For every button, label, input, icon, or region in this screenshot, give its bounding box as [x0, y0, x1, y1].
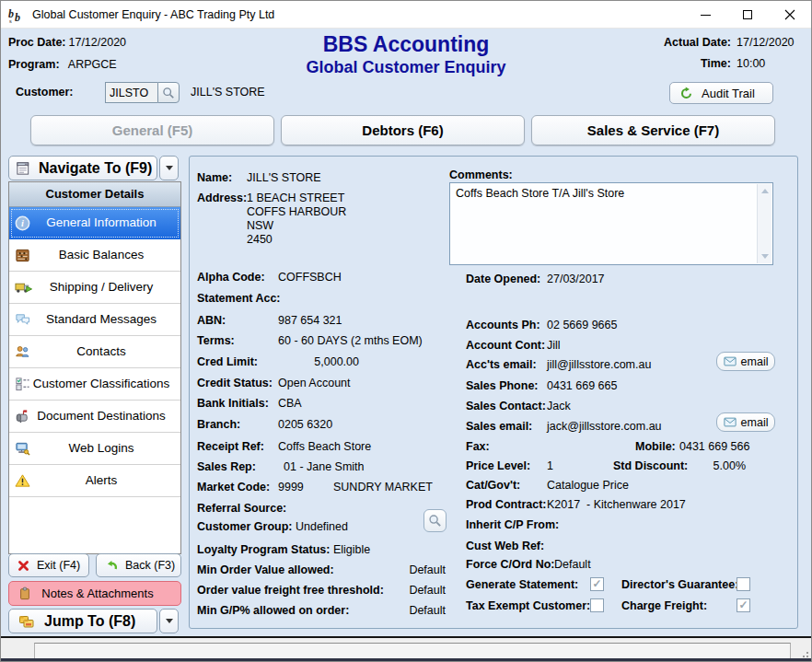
navigate-to-button[interactable]: Navigate To (F9)	[8, 156, 157, 180]
recycle-icon	[679, 87, 693, 100]
jump-dropdown-button[interactable]	[159, 609, 179, 633]
sidebar-item-web-logins[interactable]: Web Logins	[9, 433, 180, 465]
checkbox-row-1: Generate Statement: ✓ Director's Guarant…	[466, 578, 578, 591]
mobile-value: 0431 669 566	[679, 440, 749, 453]
time-label: Time:	[701, 57, 731, 70]
navigate-dropdown-button[interactable]	[159, 156, 179, 180]
sidebar-item-label: Basic Balances	[9, 239, 180, 271]
back-button[interactable]: Back (F3)	[96, 553, 181, 577]
check-mark: ✓	[738, 598, 748, 611]
check-mark: ✓	[592, 577, 601, 590]
field-address: Address:1 BEACH STREETCOFFS HARBOURNSW24…	[197, 192, 346, 247]
application-window: b b s Global Customer Enquiry - ABC Trad…	[0, 0, 812, 662]
app-icon: b b s	[7, 6, 26, 24]
field-inherit-cp-from: Inherit C/P From:	[466, 518, 554, 531]
back-label: Back (F3)	[125, 559, 175, 572]
sidebar-item-customer-classifications[interactable]: Customer Classifications	[9, 368, 180, 401]
maximize-button[interactable]	[726, 1, 769, 29]
sidebar-item-shipping-delivery[interactable]: Shipping / Delivery	[9, 272, 180, 304]
actual-date-label: Actual Date:	[664, 36, 731, 49]
tab-debtors[interactable]: Debtors (F6)	[281, 115, 525, 145]
sidebar-item-label: Shipping / Delivery	[9, 272, 180, 303]
caret-down-icon	[166, 166, 173, 170]
background-window-edge	[1, 658, 811, 661]
navigate-to-label: Navigate To (F9)	[39, 160, 152, 177]
comments-label: Comments:	[449, 168, 513, 181]
field-name: Name:JILL'S STORE	[197, 171, 321, 184]
sidebar-item-label: Contacts	[9, 336, 180, 367]
exit-x-icon	[17, 560, 29, 572]
address-line-2: COFFS HARBOUR	[247, 205, 346, 219]
exit-button[interactable]: Exit (F4)	[8, 553, 89, 577]
search-icon	[428, 514, 442, 528]
exit-label: Exit (F4)	[37, 559, 80, 572]
comments-textarea[interactable]: Coffs Beach Store T/A Jill's Store	[449, 182, 773, 265]
notes-attachments-button[interactable]: Notes & Attachments	[8, 581, 181, 606]
sidebar-group-header: Customer Details	[9, 182, 180, 207]
sales-email-button[interactable]: email	[716, 412, 775, 432]
folders-icon	[18, 614, 35, 629]
address-line-1: 1 BEACH STREET	[247, 192, 346, 205]
minimize-icon	[701, 15, 711, 16]
generate-statement-checkbox[interactable]: ✓	[590, 577, 604, 591]
field-sales-contact: Sales Contact:Jack	[466, 400, 571, 412]
resize-grip[interactable]	[799, 648, 808, 657]
search-icon	[162, 87, 175, 99]
caret-down-icon	[166, 619, 173, 623]
proc-date-label: Proc Date:	[8, 36, 65, 49]
field-customer-group: Customer Group: Undefined	[197, 520, 348, 533]
sidebar-item-general-information[interactable]: i General Information	[9, 207, 180, 239]
customer-search-button[interactable]	[157, 82, 180, 103]
general-information-panel: Name:JILL'S STORE Address:1 BEACH STREET…	[189, 156, 798, 629]
tab-general[interactable]: General (F5)	[30, 115, 274, 145]
address-label: Address:	[197, 192, 247, 204]
audit-trail-button[interactable]: Audit Trail	[669, 82, 773, 104]
email-button-label: email	[741, 355, 769, 368]
field-sales-rep: Sales Rep:01 - Jane Smith	[197, 460, 365, 473]
tax-exempt-checkbox[interactable]	[590, 598, 604, 612]
accounts-email-button[interactable]: email	[716, 352, 775, 371]
sidebar-item-standard-messages[interactable]: Standard Messages	[9, 304, 180, 336]
title-bar: b b s Global Customer Enquiry - ABC Trad…	[1, 1, 811, 29]
field-cat-govt: Cat/Gov't:Catalogue Price	[466, 479, 629, 492]
field-bank-initials: Bank Initials:CBA	[197, 397, 302, 410]
jump-to-button[interactable]: Jump To (F8)	[8, 609, 157, 633]
field-fax-mobile: Fax: Mobile: 0431 669 566	[466, 440, 490, 453]
customer-name-value: JILL'S STORE	[191, 86, 265, 99]
close-button[interactable]	[769, 1, 811, 29]
tax-exempt-label: Tax Exempt Customer:	[466, 599, 590, 612]
field-sales-email: Sales email:jack@jillsstore.com.au	[466, 420, 662, 433]
field-price-level-discount: Price Level:1 Std Discount: 5.00%	[466, 459, 553, 472]
field-min-gp-allowed: Min G/P% allowed on order:Default	[197, 604, 446, 617]
field-min-order-value: Min Order Value allowed:Default	[197, 563, 446, 576]
sidebar-item-label: Web Logins	[9, 433, 180, 464]
field-freight-free-threshold: Order value freight free threshold:Defau…	[197, 584, 446, 597]
sidebar-item-contacts[interactable]: Contacts	[9, 336, 180, 368]
charge-freight-label: Charge Freight:	[621, 599, 707, 612]
field-cust-web-ref: Cust Web Ref:	[466, 540, 554, 552]
comments-scrollbar[interactable]	[757, 184, 771, 263]
sidebar-item-alerts[interactable]: Alerts	[9, 465, 180, 497]
sidebar-item-document-destinations[interactable]: Document Destinations	[9, 401, 180, 433]
customer-code-input[interactable]	[105, 82, 157, 103]
proc-date-row: Proc Date: 17/12/2020	[8, 36, 126, 49]
customer-group-search-button[interactable]	[423, 509, 447, 532]
checkbox-row-2: Tax Exempt Customer: Charge Freight: ✓	[466, 599, 590, 612]
directors-guarantee-checkbox[interactable]	[737, 577, 750, 591]
field-accounts-email: Acc'ts email:jill@jillsstore.com.au	[466, 358, 651, 371]
sidebar-item-basic-balances[interactable]: Basic Balances	[9, 239, 180, 272]
field-account-cont: Account Cont:Jill	[466, 339, 561, 352]
std-discount-label: Std Discount:	[613, 459, 688, 472]
envelope-icon	[724, 356, 737, 366]
field-market-code: Market Code:9999SUNDRY MARKET	[197, 481, 433, 494]
tab-sales-service[interactable]: Sales & Service (F7)	[531, 115, 775, 145]
actual-date-value: 17/12/2020	[737, 36, 803, 49]
program-row: Program: ARPGCE	[8, 58, 117, 71]
scroll-up-icon[interactable]	[761, 189, 769, 193]
notes-attachments-label: Notes & Attachments	[31, 587, 164, 600]
field-cred-limit: Cred Limit:5,000.00	[197, 355, 359, 368]
charge-freight-checkbox[interactable]: ✓	[737, 598, 750, 612]
scroll-down-icon[interactable]	[761, 254, 769, 259]
sidebar-item-label: Alerts	[9, 465, 180, 496]
minimize-button[interactable]	[684, 1, 726, 29]
